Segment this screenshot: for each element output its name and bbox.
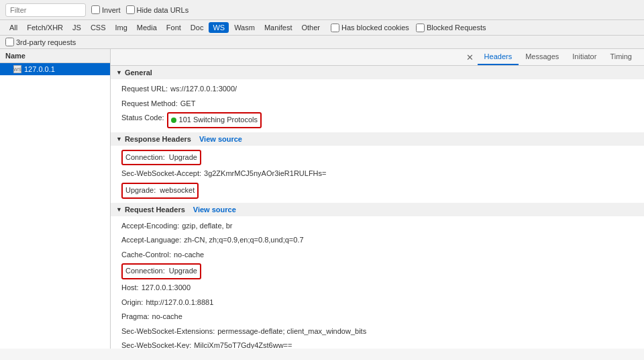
filter-toolbar: Invert Hide data URLs bbox=[0, 0, 644, 20]
pragma-name: Pragma: bbox=[121, 311, 150, 323]
response-row-upgrade: Upgrade: websocket bbox=[111, 181, 644, 200]
request-headers-section-header[interactable]: ▼ Request Headers View source bbox=[111, 203, 644, 216]
response-row-connection: Connection: Upgrade bbox=[111, 148, 644, 167]
ws-extensions-name: Sec-WebSocket-Extensions: bbox=[121, 326, 215, 338]
req-row-ws-extensions: Sec-WebSocket-Extensions: permessage-def… bbox=[111, 324, 644, 339]
filter-tabs-bar: All Fetch/XHR JS CSS Img Media Font Doc … bbox=[0, 20, 644, 36]
request-name: 127.0.0.1 bbox=[24, 65, 55, 73]
response-upgrade-name: Upgrade: bbox=[125, 185, 156, 197]
method-header-name: Request Method: bbox=[121, 98, 178, 110]
third-party-label: 3rd-party requests bbox=[16, 38, 76, 46]
has-blocked-cookies-label: Has blocked cookies bbox=[341, 24, 409, 32]
third-party-row: 3rd-party requests bbox=[0, 36, 644, 49]
req-row-connection: Connection: Upgrade bbox=[111, 262, 644, 281]
response-connection-name: Connection: bbox=[125, 152, 165, 164]
request-item-127[interactable]: WS 127.0.0.1 bbox=[0, 63, 110, 75]
tab-img[interactable]: Img bbox=[111, 22, 131, 33]
status-header-name: Status Code: bbox=[121, 112, 164, 124]
invert-label: Invert bbox=[102, 6, 121, 14]
third-party-checkbox-label[interactable]: 3rd-party requests bbox=[5, 38, 76, 46]
response-headers-content: Connection: Upgrade Sec-WebSocket-Accept… bbox=[111, 146, 644, 203]
req-row-host: Host: 127.0.0.1:3000 bbox=[111, 281, 644, 296]
third-party-checkbox[interactable] bbox=[5, 38, 14, 46]
request-headers-section-title: Request Headers bbox=[125, 206, 185, 214]
response-headers-section-title: Response Headers bbox=[125, 135, 191, 143]
request-view-source-link[interactable]: View source bbox=[193, 206, 236, 214]
filter-input[interactable] bbox=[5, 3, 86, 17]
ws-key-name: Sec-WebSocket-Key: bbox=[121, 340, 191, 349]
tab-media[interactable]: Media bbox=[133, 22, 161, 33]
request-headers-content: Accept-Encoding: gzip, deflate, br Accep… bbox=[111, 216, 644, 349]
general-section-content: Request URL: ws://127.0.0.1:3000/ Reques… bbox=[111, 79, 644, 132]
accept-encoding-name: Accept-Encoding: bbox=[121, 220, 179, 232]
response-headers-triangle-icon: ▼ bbox=[116, 136, 122, 142]
cache-control-value: no-cache bbox=[174, 249, 204, 261]
req-connection-highlighted: Connection: Upgrade bbox=[121, 263, 201, 279]
tab-wasm[interactable]: Wasm bbox=[230, 22, 259, 33]
response-view-source-link[interactable]: View source bbox=[199, 135, 242, 143]
req-row-accept-encoding: Accept-Encoding: gzip, deflate, br bbox=[111, 219, 644, 234]
cache-control-name: Cache-Control: bbox=[121, 249, 171, 261]
req-row-pragma: Pragma: no-cache bbox=[111, 310, 644, 324]
method-header-value: GET bbox=[180, 98, 196, 110]
tab-doc[interactable]: Doc bbox=[186, 22, 208, 33]
tab-font[interactable]: Font bbox=[162, 22, 185, 33]
general-section-title: General bbox=[125, 69, 152, 77]
left-panel: Name WS 127.0.0.1 bbox=[0, 49, 111, 349]
blocked-requests-checkbox[interactable] bbox=[416, 24, 425, 32]
ws-icon: WS bbox=[13, 65, 21, 73]
detail-tab-headers[interactable]: Headers bbox=[478, 49, 519, 65]
response-upgrade-highlighted: Upgrade: websocket bbox=[121, 183, 199, 199]
right-panel: ✕ Headers Messages Initiator Timing ▼ Ge… bbox=[111, 49, 644, 349]
tab-all[interactable]: All bbox=[5, 22, 21, 33]
tab-other[interactable]: Other bbox=[297, 22, 324, 33]
content-area: ▼ General Request URL: ws://127.0.0.1:30… bbox=[111, 66, 644, 349]
tab-fetch-xhr[interactable]: Fetch/XHR bbox=[23, 22, 67, 33]
tab-ws[interactable]: WS bbox=[209, 22, 229, 33]
general-triangle-icon: ▼ bbox=[116, 69, 122, 76]
has-blocked-cookies-checkbox[interactable] bbox=[331, 24, 339, 32]
detail-tab-timing[interactable]: Timing bbox=[603, 49, 639, 65]
hide-data-urls-checkbox-label[interactable]: Hide data URLs bbox=[126, 5, 189, 14]
hide-data-urls-checkbox[interactable] bbox=[126, 5, 135, 14]
tab-manifest[interactable]: Manifest bbox=[260, 22, 297, 33]
url-header-value: ws://127.0.0.1:3000/ bbox=[170, 83, 237, 95]
req-row-origin: Origin: http://127.0.0.1:8881 bbox=[111, 296, 644, 310]
blocked-requests-container: Blocked Requests bbox=[416, 24, 486, 32]
blocked-requests-label: Blocked Requests bbox=[427, 24, 486, 32]
origin-value: http://127.0.0.1:8881 bbox=[146, 297, 213, 309]
ws-accept-name: Sec-WebSocket-Accept: bbox=[121, 168, 201, 180]
close-button[interactable]: ✕ bbox=[462, 49, 478, 65]
url-header-name: Request URL: bbox=[121, 83, 168, 95]
req-connection-name: Connection: bbox=[125, 265, 165, 277]
host-value: 127.0.0.1:3000 bbox=[142, 282, 191, 294]
main-layout: Name WS 127.0.0.1 ✕ Headers Messages Ini… bbox=[0, 49, 644, 349]
req-row-accept-language: Accept-Language: zh-CN, zh;q=0.9,en;q=0.… bbox=[111, 233, 644, 248]
accept-language-name: Accept-Language: bbox=[121, 234, 181, 246]
detail-tab-messages[interactable]: Messages bbox=[519, 49, 566, 65]
host-name: Host: bbox=[121, 282, 139, 294]
general-row-status: Status Code: 101 Switching Protocols bbox=[111, 111, 644, 130]
status-dot-icon bbox=[171, 118, 176, 123]
invert-checkbox[interactable] bbox=[91, 5, 100, 14]
ws-key-value: MilciXm75oT7Gdy4Zst6ww== bbox=[194, 340, 292, 349]
req-row-cache-control: Cache-Control: no-cache bbox=[111, 248, 644, 263]
response-headers-section-header[interactable]: ▼ Response Headers View source bbox=[111, 132, 644, 146]
status-header-value: 101 Switching Protocols bbox=[179, 114, 258, 126]
pragma-value: no-cache bbox=[152, 311, 182, 323]
accept-language-value: zh-CN, zh;q=0.9,en;q=0.8,und;q=0.7 bbox=[184, 234, 303, 246]
has-blocked-cookies-container: Has blocked cookies bbox=[331, 24, 409, 32]
invert-checkbox-label[interactable]: Invert bbox=[91, 5, 121, 14]
detail-tab-initiator[interactable]: Initiator bbox=[566, 49, 603, 65]
hide-data-urls-label: Hide data URLs bbox=[137, 6, 189, 14]
status-highlighted-box: 101 Switching Protocols bbox=[167, 112, 262, 128]
response-row-ws-accept: Sec-WebSocket-Accept: 3g2ZKmrMCJ5nyAOr3i… bbox=[111, 167, 644, 181]
origin-name: Origin: bbox=[121, 297, 143, 309]
tab-css[interactable]: CSS bbox=[87, 22, 110, 33]
tab-js[interactable]: JS bbox=[68, 22, 85, 33]
general-row-url: Request URL: ws://127.0.0.1:3000/ bbox=[111, 82, 644, 97]
general-section-header[interactable]: ▼ General bbox=[111, 66, 644, 79]
response-connection-value: Upgrade bbox=[169, 152, 197, 164]
detail-tabs-bar: ✕ Headers Messages Initiator Timing bbox=[111, 49, 644, 66]
accept-encoding-value: gzip, deflate, br bbox=[182, 220, 232, 232]
